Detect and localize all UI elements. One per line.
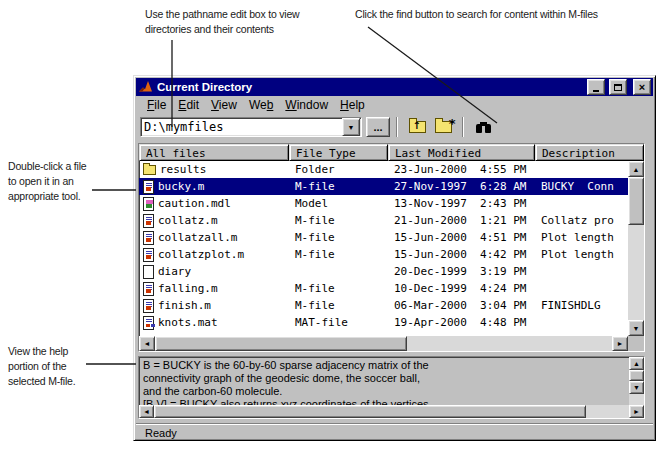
toolbar-separator (462, 117, 464, 137)
browse-button-label: ... (373, 121, 382, 133)
last-modified-cell: 06-Mar-2000 3:04 PM (388, 299, 535, 312)
arrow-left-icon: ◄ (143, 408, 150, 415)
toolbar-separator (396, 117, 398, 137)
close-button[interactable]: × (633, 79, 651, 95)
last-modified-cell: 27-Nov-1997 6:28 AM (388, 180, 535, 193)
menu-item-web[interactable]: Web (243, 97, 279, 113)
help-vertical-scrollbar-thumb[interactable] (629, 370, 644, 381)
column-header-last-modified[interactable]: Last Modified (388, 144, 535, 161)
file-name: collatz.m (158, 214, 218, 227)
file-row-falling[interactable]: falling.m M-file 10-Dec-1999 4:24 PM (139, 280, 628, 297)
menu-label-post: dit (186, 98, 199, 112)
new-folder-button[interactable] (430, 116, 456, 138)
menu-item-view[interactable]: View (205, 97, 243, 113)
menu-item-window[interactable]: Window (279, 97, 334, 113)
file-type-cell: Folder (289, 163, 388, 176)
file-name: collatzall.m (158, 231, 237, 244)
help-line: connectivity graph of the geodesic dome,… (143, 372, 420, 384)
binoculars-icon (476, 121, 491, 133)
m-file-icon (143, 214, 154, 228)
help-scroll-left-button[interactable]: ◄ (139, 405, 154, 418)
help-horizontal-scrollbar: ◄ ► (139, 405, 644, 418)
vertical-scrollbar-track (628, 225, 644, 320)
folder-icon (143, 165, 156, 175)
browse-button[interactable]: ... (366, 117, 390, 137)
help-preview-panel: B = BUCKY is the 60-by-60 sparse adjacen… (138, 356, 645, 419)
menu-label-post: ile (154, 98, 166, 112)
file-name-cell: collatz.m (139, 214, 289, 228)
help-scroll-down-button[interactable]: ▼ (629, 381, 644, 394)
file-row-collatzall[interactable]: collatzall.m M-file 15-Jun-2000 4:51 PM … (139, 229, 628, 246)
column-header-description[interactable]: Description (535, 144, 644, 161)
help-line: and the carbon-60 molecule. (143, 385, 282, 397)
pathname-combobox: ▼ (140, 117, 362, 137)
last-modified-cell: 15-Jun-2000 4:42 PM (388, 248, 535, 261)
list-horizontal-scrollbar: ◄ ► (139, 336, 644, 351)
column-header-file-type[interactable]: File Type (289, 144, 388, 161)
window-title: Current Directory (157, 81, 583, 93)
file-row-bucky-selected[interactable]: bucky.m M-file 27-Nov-1997 6:28 AM BUCKY… (139, 178, 628, 195)
file-row-diary[interactable]: diary 20-Dec-1999 3:19 PM (139, 263, 628, 280)
arrow-down-icon: ▼ (633, 384, 640, 391)
file-name: bucky.m (158, 180, 204, 193)
help-horizontal-scrollbar-thumb[interactable] (154, 405, 586, 418)
help-horizontal-scrollbar-track (586, 405, 629, 418)
help-vertical-scrollbar: ▲ ▼ (629, 357, 644, 405)
menu-item-file[interactable]: File (141, 97, 172, 113)
description-cell: FINISHDLG (535, 299, 628, 312)
file-type-cell: M-file (289, 282, 388, 295)
file-name-cell: finish.m (139, 299, 289, 313)
pathname-input[interactable] (141, 119, 342, 135)
file-row-knots[interactable]: knots.mat MAT-file 19-Apr-2000 4:48 PM (139, 314, 628, 331)
file-row-collatz[interactable]: collatz.m M-file 21-Jun-2000 1:21 PM Col… (139, 212, 628, 229)
menu-label-post: iew (219, 98, 237, 112)
up-directory-button[interactable] (404, 116, 430, 138)
menu-item-edit[interactable]: Edit (172, 97, 205, 113)
menu-label-pre: We (249, 98, 267, 112)
last-modified-cell: 13-Nov-1997 2:43 PM (388, 197, 535, 210)
file-name-cell: bucky.m (139, 180, 289, 194)
arrow-right-icon: ► (633, 408, 640, 415)
annotation-find-note: Click the find button to search for cont… (355, 7, 598, 22)
file-row-finish[interactable]: finish.m M-file 06-Mar-2000 3:04 PM FINI… (139, 297, 628, 314)
menu-label-post: elp (349, 98, 365, 112)
scroll-up-button[interactable]: ▲ (628, 161, 644, 177)
file-name: diary (158, 265, 191, 278)
help-scroll-up-button[interactable]: ▲ (629, 357, 644, 370)
minimize-button[interactable] (587, 79, 605, 95)
file-row-collatzplot[interactable]: collatzplot.m M-file 15-Jun-2000 4:42 PM… (139, 246, 628, 263)
help-scroll-right-button[interactable]: ► (629, 405, 644, 418)
file-name: caution.mdl (158, 197, 231, 210)
file-type-cell: M-file (289, 231, 388, 244)
last-modified-cell: 15-Jun-2000 4:51 PM (388, 231, 535, 244)
status-text: Ready (145, 427, 177, 439)
arrow-up-icon: ▲ (633, 360, 640, 367)
file-name-cell: falling.m (139, 282, 289, 296)
last-modified-cell: 19-Apr-2000 4:48 PM (388, 316, 535, 329)
file-row-results[interactable]: results Folder 23-Jun-2000 4:55 PM (139, 161, 628, 178)
column-header-all-files[interactable]: All files (139, 144, 289, 161)
description-cell: BUCKY Conn (535, 180, 628, 193)
titlebar[interactable]: Current Directory × (136, 78, 653, 96)
scroll-left-button[interactable]: ◄ (139, 336, 155, 351)
maximize-button[interactable] (609, 79, 627, 95)
pathname-dropdown-button[interactable]: ▼ (342, 118, 360, 136)
m-file-icon (143, 299, 154, 313)
vertical-scrollbar-thumb[interactable] (628, 177, 644, 225)
horizontal-scrollbar-thumb[interactable] (155, 336, 407, 351)
menu-item-help[interactable]: Help (334, 97, 371, 113)
annotation-pathname-note: Use the pathname edit box to view direct… (145, 7, 330, 37)
file-list-panel: All files File Type Last Modified Descri… (138, 143, 645, 352)
file-name-cell: collatzplot.m (139, 248, 289, 262)
arrow-up-icon: ▲ (633, 166, 640, 173)
file-name: collatzplot.m (158, 248, 244, 261)
arrow-down-icon: ▼ (633, 325, 640, 332)
find-button[interactable] (470, 116, 496, 138)
scroll-down-button[interactable]: ▼ (628, 320, 644, 336)
scroll-right-button[interactable]: ► (612, 336, 628, 351)
chevron-down-icon: ▼ (348, 124, 355, 131)
annotation-help-note: View the help portion of the selected M-… (8, 344, 118, 389)
current-directory-window: Current Directory × File Edit View Web W… (133, 75, 656, 441)
m-file-icon (143, 248, 154, 262)
file-row-caution[interactable]: caution.mdl Model 13-Nov-1997 2:43 PM (139, 195, 628, 212)
